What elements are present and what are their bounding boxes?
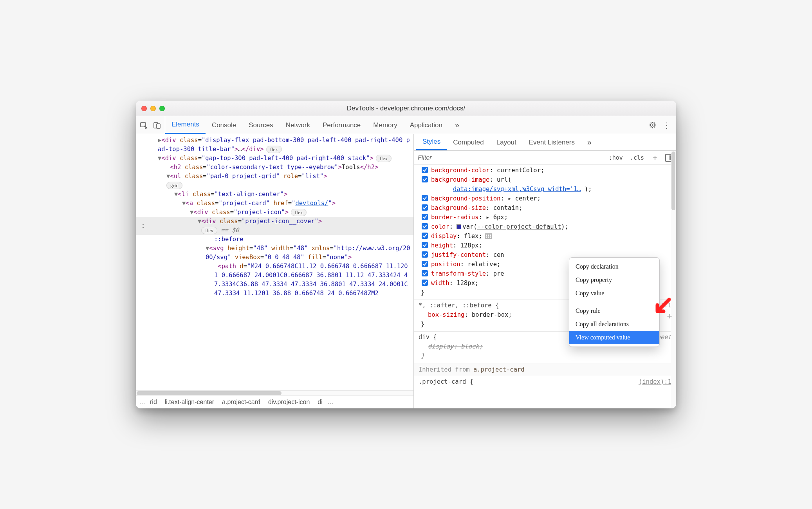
tab-performance[interactable]: Performance	[316, 116, 367, 134]
menu-copy-value[interactable]: Copy value	[569, 287, 659, 300]
checkbox-icon[interactable]	[422, 167, 428, 173]
filter-bar: :hov .cls ＋	[414, 151, 676, 165]
context-menu: Copy declaration Copy property Copy valu…	[569, 257, 660, 347]
checkbox-icon[interactable]	[422, 242, 428, 248]
tab-event-listeners[interactable]: Event Listeners	[523, 134, 581, 150]
crumb[interactable]: di	[314, 397, 326, 407]
layout-badge[interactable]: flex	[376, 155, 392, 162]
filter-input[interactable]	[418, 154, 604, 161]
tab-network[interactable]: Network	[280, 116, 316, 134]
tab-styles[interactable]: Styles	[416, 134, 447, 150]
svg-rect-2	[157, 124, 160, 128]
color-swatch-icon[interactable]	[457, 224, 461, 229]
checkbox-icon[interactable]	[422, 251, 428, 258]
tab-computed[interactable]: Computed	[447, 134, 490, 150]
new-rule-icon[interactable]: ＋	[649, 152, 661, 163]
tab-more[interactable]: »	[581, 134, 598, 150]
checkbox-icon[interactable]	[422, 233, 428, 239]
checkbox-icon[interactable]	[422, 270, 428, 276]
hov-toggle[interactable]: :hov	[606, 153, 625, 162]
tab-layout[interactable]: Layout	[490, 134, 523, 150]
inspect-icon[interactable]	[140, 121, 148, 129]
checkbox-icon[interactable]	[422, 176, 428, 182]
inherited-header: Inherited from a.project-card	[414, 363, 676, 376]
checkbox-icon[interactable]	[422, 214, 428, 220]
window-title: DevTools - developer.chrome.com/docs/	[136, 105, 676, 112]
menu-copy-property[interactable]: Copy property	[569, 273, 659, 287]
breadcrumb: … rid li.text-align-center a.project-car…	[136, 395, 413, 408]
elements-panel: ▶<div class="display-flex pad-bottom-300…	[136, 134, 414, 408]
devtools-window: DevTools - developer.chrome.com/docs/ El…	[136, 101, 676, 408]
styles-tabs: Styles Computed Layout Event Listeners »	[414, 134, 676, 151]
h-scrollbar[interactable]	[136, 390, 413, 395]
crumb[interactable]: rid	[146, 397, 161, 407]
flex-editor-icon[interactable]	[485, 233, 492, 239]
cls-toggle[interactable]: .cls	[628, 153, 646, 162]
selected-node[interactable]: ▼<div class="project-icon__cover"> flex …	[136, 217, 413, 235]
style-rules[interactable]: background-color: currentColor; backgrou…	[414, 165, 676, 408]
checkbox-icon[interactable]	[422, 223, 428, 229]
checkbox-icon[interactable]	[422, 280, 428, 286]
layout-badge[interactable]: flex	[201, 227, 217, 234]
tab-console[interactable]: Console	[206, 116, 242, 134]
checkbox-icon[interactable]	[422, 261, 428, 267]
menu-copy-rule[interactable]: Copy rule	[569, 304, 659, 318]
styles-panel: Styles Computed Layout Event Listeners »…	[414, 134, 676, 408]
tab-elements[interactable]: Elements	[165, 116, 206, 134]
panels-body: ▶<div class="display-flex pad-bottom-300…	[136, 134, 676, 408]
crumb[interactable]: a.project-card	[218, 397, 264, 407]
menu-view-computed-value[interactable]: View computed value	[569, 331, 659, 344]
tab-application[interactable]: Application	[404, 116, 449, 134]
v-scrollbar[interactable]	[671, 151, 676, 408]
checkbox-icon[interactable]	[422, 204, 428, 211]
panel-tabs: Elements Console Sources Network Perform…	[165, 116, 646, 134]
main-toolbar: Elements Console Sources Network Perform…	[136, 116, 676, 134]
settings-icon[interactable]: ⚙	[649, 120, 657, 130]
dom-tree[interactable]: ▶<div class="display-flex pad-bottom-300…	[136, 134, 413, 390]
tab-memory[interactable]: Memory	[367, 116, 403, 134]
source-link[interactable]: (index):1	[639, 377, 671, 386]
layout-badge[interactable]: flex	[291, 209, 307, 216]
crumb[interactable]: li.text-align-center	[161, 397, 218, 407]
annotation-arrow-icon	[653, 297, 671, 317]
menu-copy-all-declarations[interactable]: Copy all declarations	[569, 318, 659, 331]
layout-badge[interactable]: grid	[166, 182, 182, 189]
crumb[interactable]: div.project-icon	[264, 397, 314, 407]
more-menu-icon[interactable]: ⋮	[660, 121, 673, 130]
titlebar: DevTools - developer.chrome.com/docs/	[136, 101, 676, 116]
device-toggle-icon[interactable]	[153, 121, 161, 129]
tab-sources[interactable]: Sources	[242, 116, 279, 134]
checkbox-icon[interactable]	[422, 195, 428, 201]
tab-more[interactable]: »	[449, 116, 466, 134]
menu-copy-declaration[interactable]: Copy declaration	[569, 260, 659, 273]
layout-badge[interactable]: flex	[266, 146, 282, 153]
